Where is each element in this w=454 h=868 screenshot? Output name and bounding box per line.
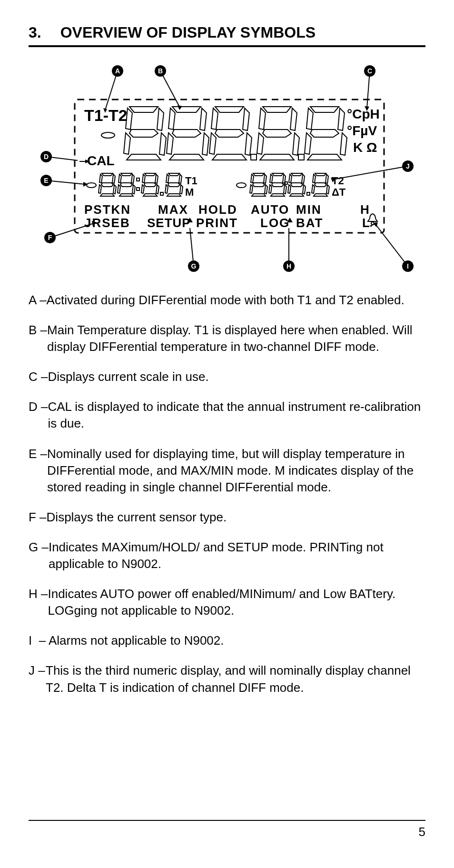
callout-E: E [40,175,88,187]
svg-text:D: D [44,153,49,160]
callout-G: G [188,228,199,272]
svg-marker-15 [178,105,182,110]
legend-item-B: B – Main Temperature display. T1 is disp… [29,322,425,355]
label-bat: BAT [296,216,324,230]
label-min: MIN [296,202,322,217]
legend-text: Main Temperature display. T1 is displaye… [47,322,425,355]
section-heading: 3. OVERVIEW OF DISPLAY SYMBOLS [29,24,425,41]
svg-text:G: G [191,262,197,270]
small-digits-right [250,173,329,196]
document-page: 3. OVERVIEW OF DISPLAY SYMBOLS T1-T2 CAL [0,0,454,868]
label-dt: ΔT [332,186,346,198]
svg-rect-6 [307,192,310,195]
svg-text:J: J [406,162,410,170]
label-t1: T1 [185,175,197,187]
minus-sign-small-left [87,183,96,188]
label-cal: CAL [87,153,115,168]
legend-item-E: E – Nominally used for displaying time, … [29,446,425,496]
legend-item-H: H – Indicates AUTO power off enabled/MIN… [29,586,425,619]
callout-D: D [40,151,78,162]
section-number: 3. [29,24,41,41]
callout-H: H [283,228,295,272]
svg-rect-2 [298,154,304,160]
display-diagram: T1-T2 CAL [29,61,425,278]
label-kohm: K Ω [353,140,377,155]
svg-line-14 [160,71,179,107]
svg-rect-1 [251,154,257,160]
svg-text:F: F [48,234,52,241]
legend-letter: G – [29,539,49,572]
label-fuv: °FµV [347,123,377,138]
legend-letter: H – [29,586,48,619]
callout-C: C [364,65,375,111]
legend-text: Displays current scale in use. [48,369,425,385]
small-digits-left [99,173,183,196]
label-setup: SETUP [147,216,191,230]
legend-letter: E – [29,446,47,496]
svg-text:A: A [115,67,120,75]
label-chp: °CpH [347,107,380,121]
svg-text:E: E [44,177,48,184]
svg-rect-3 [137,178,139,181]
label-print: PRINT [196,216,238,230]
legend-letter: A – [29,292,47,309]
svg-line-29 [50,223,94,238]
main-digit-group [124,107,347,160]
label-log: LOG [260,216,290,230]
legend-item-F: F – Displays the current sensor type. [29,509,425,526]
svg-line-39 [375,224,408,266]
legend-letter: D – [29,399,48,432]
legend-text: Indicates MAXimum/HOLD/ and SETUP mode. … [49,539,425,572]
page-number: 5 [29,825,425,839]
lcd-diagram-svg: T1-T2 CAL [37,61,417,276]
legend-letter: I – [29,632,46,649]
footer-rule [29,820,425,821]
label-hold: HOLD [198,202,237,217]
svg-line-10 [105,71,118,110]
legend-item-C: C – Displays current scale in use. [29,369,425,385]
legend: A – Activated during DIFFerential mode w… [29,292,425,696]
label-jrseb: JRSEB [84,216,130,230]
legend-item-D: D – CAL is displayed to indicate that th… [29,399,425,432]
legend-text: Displays the current sensor type. [47,509,425,526]
legend-letter: C – [29,369,48,385]
svg-text:B: B [158,67,163,75]
legend-text: Activated during DIFFerential mode with … [47,292,425,309]
legend-item-A: A – Activated during DIFFerential mode w… [29,292,425,309]
svg-text:C: C [367,67,372,75]
legend-item-G: G – Indicates MAXimum/HOLD/ and SETUP mo… [29,539,425,572]
label-h: H [360,202,369,217]
page-footer: 5 [29,816,425,839]
label-max: MAX [158,202,188,217]
svg-text:I: I [407,262,409,270]
svg-line-43 [333,166,408,180]
minus-sign-small-right [237,183,246,188]
minus-sign-main [101,132,115,138]
legend-item-I: I – Alarms not applicable to N9002. [29,632,425,649]
callout-A: A [103,65,123,113]
legend-item-J: J – This is the third numeric display, a… [29,662,425,696]
callout-I: I [373,222,414,272]
label-l: L [362,216,370,230]
svg-text:H: H [286,262,291,270]
section-title: OVERVIEW OF DISPLAY SYMBOLS [60,24,316,41]
label-m: M [185,186,194,198]
callout-B: B [155,65,182,110]
svg-line-33 [190,228,194,266]
legend-text: This is the third numeric display, and w… [46,662,425,696]
legend-text: Indicates AUTO power off enabled/MINimum… [48,586,425,619]
svg-line-25 [46,180,85,184]
legend-text: Alarms not applicable to N9002. [46,632,425,649]
label-auto: AUTO [251,202,289,217]
svg-rect-5 [160,192,163,195]
heading-rule [29,45,425,47]
legend-text: CAL is displayed to indicate that the an… [48,399,425,432]
legend-letter: B – [29,322,47,355]
svg-rect-4 [137,188,139,190]
legend-text: Nominally used for displaying time, but … [47,446,425,496]
label-pstkn: PSTKN [84,202,131,217]
legend-letter: J – [29,662,46,696]
legend-letter: F – [29,509,47,526]
